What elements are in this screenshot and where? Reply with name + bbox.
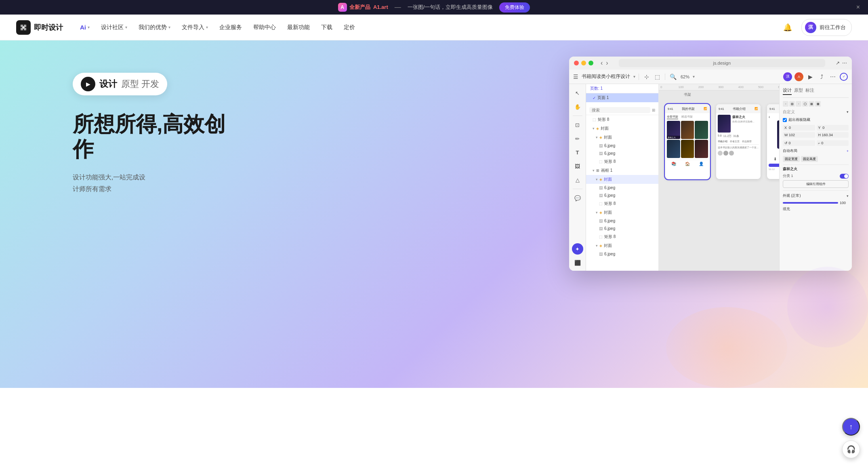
align-top-icon[interactable]: ⬡ [802, 101, 808, 107]
layer-item[interactable]: 🖼 6.jpeg [586, 184, 658, 192]
align-left-icon[interactable]: ⬝ [783, 101, 788, 107]
ai-tool[interactable]: ✦ [572, 243, 583, 255]
hand-tool[interactable]: ✋ [572, 101, 583, 112]
screenshot-titlebar: ‹ › js.design ↗ ⋯ [569, 57, 852, 70]
nav-item-new[interactable]: 最新功能 [283, 21, 314, 34]
align-right-icon[interactable]: ⬞ [796, 101, 801, 107]
nav-item-enterprise[interactable]: 企业服务 [215, 21, 246, 34]
nav-item-advantage[interactable]: 我们的优势 ▾ [135, 21, 174, 34]
book-1: 森林之火 [667, 121, 680, 139]
h-input[interactable]: H 160.34 [817, 132, 849, 138]
layer-item[interactable]: ⬚ 矩形 8 [586, 115, 658, 124]
stat-comments: 31条 [733, 134, 739, 138]
distribute-icon[interactable]: ⊠ [815, 101, 821, 107]
share-icon[interactable]: ↗ [836, 60, 840, 66]
layers-tool[interactable]: ⬛ [572, 257, 583, 268]
layer-item[interactable]: 🖼 6.jpeg [586, 192, 658, 199]
back-icon[interactable]: ‹ [601, 59, 603, 67]
file-name: 书籍阅读类小程序设计 [582, 73, 630, 80]
phone-frame-3: 9:41 听书 ⤴ ‹ 森林之火 [767, 104, 779, 179]
clip-checkbox[interactable] [783, 118, 787, 122]
layer-item[interactable]: ▾ ⊞ 画框 1 [586, 166, 658, 175]
zoom-level[interactable]: 62% [681, 74, 689, 79]
zoom-chevron[interactable]: ▾ [693, 74, 695, 79]
layer-item[interactable]: ▾ ◈ 封面 [586, 208, 658, 217]
dropdown-icon[interactable]: ▾ [633, 74, 635, 79]
nav-item-ai[interactable]: Ai ▾ [76, 21, 94, 33]
filter-icon[interactable]: ⊞ [652, 108, 655, 112]
more-icon[interactable]: ⋯ [842, 60, 847, 66]
x-input[interactable]: X 0 [783, 125, 815, 131]
forward-icon[interactable]: › [606, 59, 608, 67]
layer-item[interactable]: 🖼 6.jpeg [586, 150, 658, 157]
opacity-slider[interactable] [783, 202, 838, 204]
panel-tabs: 设计 原型 标注 [783, 87, 849, 98]
layer-item-active[interactable]: ▾ ◈ 封面 [586, 175, 658, 184]
add-auto-layout[interactable]: + [847, 149, 849, 153]
chevron-icon[interactable]: ▾ [847, 110, 849, 114]
banner-cta-button[interactable]: 免费体验 [499, 2, 530, 13]
y-input[interactable]: Y 0 [817, 125, 849, 131]
layer-item[interactable]: ⬚ 矩形 8 [586, 199, 658, 208]
rotation-input[interactable]: ↺ 0 [783, 140, 815, 146]
fixed-width-btn[interactable]: 固定宽度 [783, 156, 800, 162]
text-tool[interactable]: T [572, 147, 583, 158]
book-text: 森林之火 自然/丛林求生险峰... [732, 115, 759, 133]
w-input[interactable]: W 102 [783, 132, 815, 138]
frame-tool[interactable]: ⊡ [572, 119, 583, 131]
tab-annotation[interactable]: 标注 [805, 87, 814, 95]
play-btn[interactable]: ▶ [806, 72, 815, 81]
frame-tool-icon[interactable]: ⬚ [653, 72, 662, 81]
gradient-blob-1 [666, 307, 787, 388]
logo[interactable]: 即时设计 [16, 20, 63, 35]
nav-item-import[interactable]: 文件导入 ▾ [178, 21, 212, 34]
canvas-ruler: 0 100 200 300 400 500 600 700 800 [659, 84, 779, 91]
workspace-button[interactable]: 淇 前往工作台 [801, 19, 852, 36]
separator2 [665, 74, 665, 80]
design-badge: ▶ 设计 原型 开发 [73, 73, 167, 95]
nav-item-download[interactable]: 下载 [317, 21, 336, 34]
layer-search-input[interactable] [589, 107, 650, 113]
nav-item-community[interactable]: 设计社区 ▾ [97, 21, 131, 34]
layer-item[interactable]: ▾ ◈ 封面 [586, 133, 658, 142]
cursor-tool[interactable]: ↖ [572, 87, 583, 99]
nav-item-pricing[interactable]: 定价 [340, 21, 359, 34]
align-center-icon[interactable]: ⊟ [789, 101, 795, 107]
move-tool-icon[interactable]: ⊹ [642, 72, 651, 81]
image-tool[interactable]: 🖼 [572, 160, 583, 172]
book-5 [681, 140, 694, 158]
layer-item[interactable]: 🖼 6.jpeg [586, 217, 658, 225]
layer-item[interactable]: ▾ ◈ 封面 [586, 124, 658, 133]
menu-icon[interactable]: ☰ [573, 74, 578, 80]
shape-tool[interactable]: △ [572, 174, 583, 185]
align-mid-icon[interactable]: ⊞ [809, 101, 814, 107]
layer-item[interactable]: ▾ ◈ 封面 [586, 241, 658, 250]
phone-frame-1: 9:41 我的书架 📶 全部书架 精选书架 [665, 104, 710, 179]
edit-component-btn[interactable]: 编辑引用组件 [783, 180, 849, 188]
banner-close-button[interactable]: × [856, 4, 860, 11]
notification-button[interactable]: 🔔 [780, 20, 795, 35]
shelf-tabs: 全部书架 精选书架 [667, 115, 708, 119]
more-options-icon[interactable]: ⋯ [828, 72, 837, 81]
tab-prototype[interactable]: 原型 [794, 87, 803, 95]
layer-item[interactable]: 🖼 6.jpeg [586, 142, 658, 150]
layer-item[interactable]: 🖼 6.jpeg [586, 225, 658, 232]
expand-icon[interactable]: ▾ [847, 194, 849, 198]
listen-title: 森林之火 [769, 150, 779, 155]
toggle-thumb [844, 174, 848, 178]
badge-design-label: 设计 [99, 78, 117, 90]
comment-tool[interactable]: 💬 [572, 192, 583, 204]
main-canvas[interactable]: 0 100 200 300 400 500 600 700 800 书架 [659, 84, 779, 271]
layer-item[interactable]: 🖼 6.jpeg [586, 250, 658, 258]
share-btn[interactable]: ⤴ [817, 72, 826, 81]
nav-item-help[interactable]: 帮助中心 [249, 21, 280, 34]
pen-tool[interactable]: ✏ [572, 133, 583, 144]
layer-item[interactable]: ⬚ 矩形 8 [586, 232, 658, 241]
download-btn[interactable]: ⬇ [773, 157, 777, 161]
page-item[interactable]: ✓ 页面 1 [586, 93, 658, 102]
toggle-switch[interactable] [840, 174, 849, 179]
layer-item[interactable]: ⬚ 矩形 8 [586, 157, 658, 166]
tab-design[interactable]: 设计 [783, 87, 792, 95]
corner-input[interactable]: ⌐ 0 [817, 140, 849, 146]
fixed-height-btn[interactable]: 固定高度 [801, 156, 818, 162]
